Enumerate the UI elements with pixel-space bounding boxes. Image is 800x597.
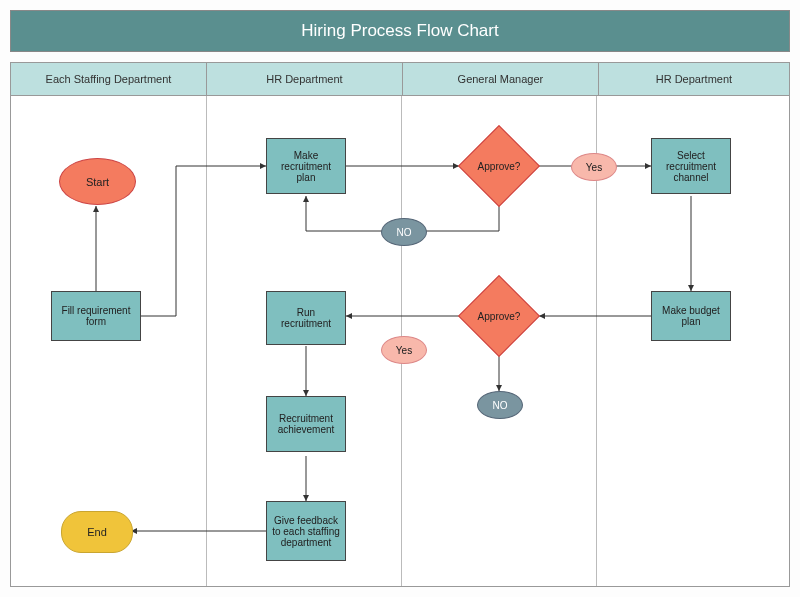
lane-header-staffing: Each Staffing Department [11, 63, 207, 95]
approve2-decision: Approve? [459, 286, 539, 346]
give-feedback-node: Give feedback to each staffing departmen… [266, 501, 346, 561]
flowchart-canvas: Start Fill requirement form Make recruit… [10, 96, 790, 587]
approve1-label: Approve? [478, 161, 521, 172]
select-channel-node: Select recruitment channel [651, 138, 731, 194]
approve1-no-label: NO [381, 218, 427, 246]
approve2-label: Approve? [478, 311, 521, 322]
start-node: Start [59, 158, 136, 205]
approve2-yes-label: Yes [381, 336, 427, 364]
lane-headers: Each Staffing Department HR Department G… [10, 62, 790, 96]
lane-header-hr1: HR Department [207, 63, 403, 95]
make-recruitment-plan-node: Make recruitment plan [266, 138, 346, 194]
recruitment-achievement-node: Recruitment achievement [266, 396, 346, 452]
approve2-no-label: NO [477, 391, 523, 419]
lane-header-gm: General Manager [403, 63, 599, 95]
lane-header-hr2: HR Department [599, 63, 789, 95]
chart-title: Hiring Process Flow Chart [10, 10, 790, 52]
run-recruitment-node: Run recruitment [266, 291, 346, 345]
approve1-decision: Approve? [459, 136, 539, 196]
make-budget-plan-node: Make budget plan [651, 291, 731, 341]
end-node: End [61, 511, 133, 553]
lane-divider [206, 96, 207, 586]
approve1-yes-label: Yes [571, 153, 617, 181]
fill-requirement-form-node: Fill requirement form [51, 291, 141, 341]
